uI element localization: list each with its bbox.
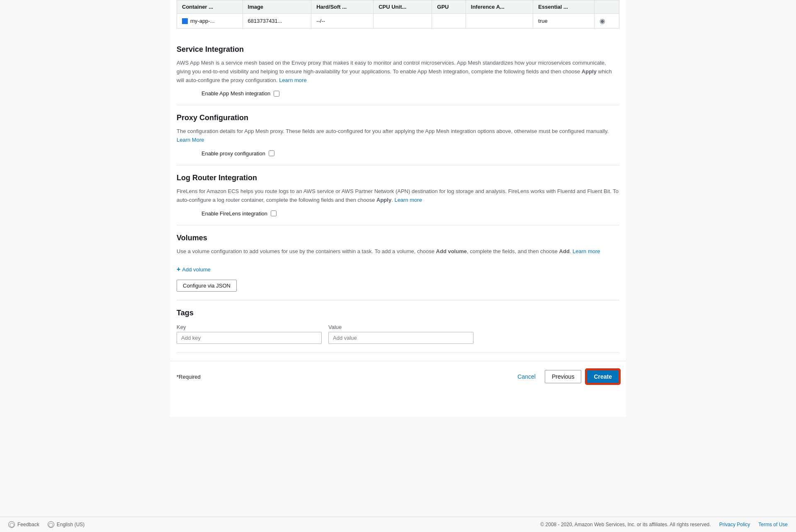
create-button[interactable]: Create [586,370,619,384]
volumes-learn-more[interactable]: Learn more [573,248,600,254]
col-hardsoft: Hard/Soft ... [311,0,374,14]
cell-gpu [432,14,466,29]
volumes-description: Use a volume configuration to add volume… [177,247,619,256]
volumes-section: Volumes Use a volume configuration to ad… [177,225,619,301]
key-label: Key [177,324,322,330]
enable-firelens-row: Enable FireLens integration [201,210,619,217]
key-field-group: Key [177,324,322,344]
cell-essential: true [533,14,595,29]
tags-section: Tags Key Value [177,300,619,352]
cancel-button[interactable]: Cancel [513,371,540,382]
col-actions [595,0,619,14]
cell-cpuunit [374,14,432,29]
col-inferencea: Inference A... [466,0,533,14]
enable-firelens-label: Enable FireLens integration [201,210,267,217]
previous-button[interactable]: Previous [545,370,581,383]
enable-proxy-row: Enable proxy configuration [201,150,619,157]
form-footer: *Required Cancel Previous Create [170,361,626,392]
table-row: my-app-... 6813737431... --/-- true ◉ [177,14,619,29]
col-gpu: GPU [432,0,466,14]
cell-delete[interactable]: ◉ [595,14,619,29]
service-integration-learn-more[interactable]: Learn more [279,77,306,83]
volumes-title: Volumes [177,234,619,242]
delete-row-icon[interactable]: ◉ [599,17,605,24]
enable-proxy-checkbox[interactable] [269,150,274,156]
cell-hardsoft: --/-- [311,14,374,29]
container-definitions-table: Container ... Image Hard/Soft ... CPU Un… [177,0,619,29]
tags-fields-row: Key Value [177,324,619,344]
proxy-configuration-title: Proxy Configuration [177,114,619,122]
footer-buttons: Cancel Previous Create [513,370,619,384]
col-image: Image [243,0,311,14]
proxy-configuration-description: The configuration details for App Mesh p… [177,127,619,145]
value-label: Value [328,324,473,330]
cell-image: 6813737431... [243,14,311,29]
col-container: Container ... [177,0,243,14]
required-label: *Required [177,374,201,380]
cell-inferencea [466,14,533,29]
service-integration-section: Service Integration AWS App Mesh is a se… [177,37,619,105]
service-integration-title: Service Integration [177,45,619,54]
cell-container: my-app-... [177,14,243,29]
log-router-section: Log Router Integration FireLens for Amaz… [177,165,619,225]
enable-app-mesh-row: Enable App Mesh integration [201,90,619,97]
proxy-configuration-learn-more[interactable]: Learn More [177,137,204,143]
enable-app-mesh-checkbox[interactable] [274,91,279,97]
col-essential: Essential ... [533,0,595,14]
enable-app-mesh-label: Enable App Mesh integration [201,90,270,97]
enable-firelens-checkbox[interactable] [271,210,277,216]
configure-via-json-button[interactable]: Configure via JSON [177,280,237,292]
key-input[interactable] [177,332,322,344]
service-integration-description: AWS App Mesh is a service mesh based on … [177,59,619,85]
value-input[interactable] [328,332,473,344]
add-volume-plus-icon: + [177,266,180,273]
add-volume-button[interactable]: + Add volume [177,266,211,273]
log-router-learn-more[interactable]: Learn more [394,197,422,203]
footer-divider [177,352,619,353]
col-cpuunit: CPU Unit... [374,0,432,14]
enable-proxy-label: Enable proxy configuration [201,150,265,157]
container-color-icon [182,18,188,24]
log-router-title: Log Router Integration [177,174,619,182]
log-router-description: FireLens for Amazon ECS helps you route … [177,187,619,205]
tags-title: Tags [177,309,619,317]
value-field-group: Value [328,324,473,344]
proxy-configuration-section: Proxy Configuration The configuration de… [177,105,619,165]
